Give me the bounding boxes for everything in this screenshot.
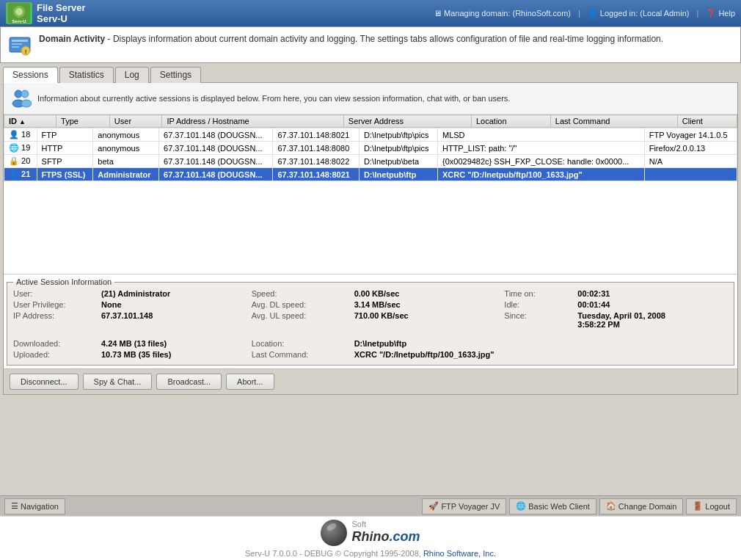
col-id[interactable]: ID ▲ — [4, 115, 56, 128]
managing-domain-value: (RhinoSoft.com) — [513, 9, 571, 18]
help-button[interactable]: ❓ Help — [706, 9, 735, 18]
domain-activity-desc: - Displays information about current dom… — [108, 34, 664, 44]
since-value: Tuesday, April 01, 2008 — [577, 311, 665, 320]
table-row[interactable]: 👤 18 FTP anonymous 67.37.101.148 (DOUGSN… — [4, 128, 737, 142]
broadcast-button[interactable]: Broadcast... — [156, 374, 222, 390]
servu-logo: Serv-U — [6, 2, 32, 24]
ip-label: IP Address: — [13, 311, 101, 329]
logout-item[interactable]: 🚪 Logout — [686, 498, 737, 514]
basic-web-item[interactable]: 🌐 Basic Web Client — [509, 498, 596, 514]
col-ip[interactable]: IP Address / Hostname — [162, 115, 343, 128]
separator2: | — [697, 9, 699, 18]
top-bar-right: 🖥 Managing domain: (RhinoSoft.com) | 👤 L… — [434, 9, 735, 18]
navigation-item[interactable]: ☰ Navigation — [4, 498, 65, 514]
cell-id: 👤 21 — [4, 168, 37, 181]
managing-domain-label: Managing domain: — [444, 9, 511, 18]
col-user[interactable]: User — [109, 115, 162, 128]
svg-point-13 — [21, 100, 32, 107]
abort-button[interactable]: Abort... — [226, 374, 274, 390]
web-icon: 🌐 — [516, 501, 526, 511]
svg-point-12 — [21, 90, 29, 98]
tab-settings[interactable]: Settings — [150, 67, 201, 83]
uploaded-value: 10.73 MB (35 files) — [101, 350, 252, 359]
sessions-data-table: 👤 18 FTP anonymous 67.37.101.148 (DOUGSN… — [4, 128, 737, 181]
cell-server: 67.37.101.148:8021 — [273, 128, 359, 142]
sessions-panel: Information about currently active sessi… — [0, 82, 741, 398]
user-priv-label: User Privilege: — [13, 300, 101, 309]
action-buttons: Disconnect... Spy & Chat... Broadcast...… — [4, 368, 737, 394]
separator1: | — [578, 9, 580, 18]
svg-rect-7 — [12, 46, 19, 48]
spy-chat-button[interactable]: Spy & Chat... — [83, 374, 153, 390]
sessions-body[interactable]: 👤 18 FTP anonymous 67.37.101.148 (DOUGSN… — [4, 128, 737, 274]
cell-ip: 67.37.101.148 (DOUGSN... — [159, 168, 273, 181]
svg-point-2 — [15, 8, 23, 15]
cell-user: Administrator — [93, 168, 159, 181]
cell-type: HTTP — [37, 142, 93, 155]
top-bar: Serv-U File ServerServ-U 🖥 Managing doma… — [0, 0, 741, 26]
col-location[interactable]: Location — [471, 115, 550, 128]
location-value: D:\Inetpub\ftp — [354, 339, 728, 348]
bottom-bar: ☰ Navigation 🚀 FTP Voyager JV 🌐 Basic We… — [0, 495, 741, 516]
cell-type: SFTP — [37, 155, 93, 168]
svg-rect-6 — [12, 43, 22, 45]
rhino-sphere — [321, 520, 347, 546]
domain-title-text: Domain Activity - Displays information a… — [39, 33, 663, 46]
cell-client: N/A — [644, 155, 737, 168]
table-header-row: ID ▲ Type User IP Address / Hostname Ser… — [4, 115, 737, 128]
logo-area: Serv-U File ServerServ-U — [6, 2, 434, 24]
sessions-table: ID ▲ Type User IP Address / Hostname Ser… — [4, 114, 737, 128]
tab-sessions[interactable]: Sessions — [3, 67, 58, 83]
ftp-voyager-icon: 🚀 — [428, 501, 439, 511]
since-time: 3:58:22 PM — [577, 320, 619, 329]
basic-web-label: Basic Web Client — [528, 502, 590, 511]
navigation-icon: ☰ — [11, 501, 18, 511]
location-label: Location: — [252, 339, 354, 348]
brand-rhino: Rhino.com — [351, 529, 420, 545]
cell-id: 🔒 20 — [4, 155, 37, 168]
col-server[interactable]: Server Address — [343, 115, 471, 128]
footer-logo: Soft Rhino.com — [321, 520, 420, 546]
brand-soft: Soft — [351, 520, 420, 529]
table-row[interactable]: 🔒 20 SFTP beta 67.37.101.148 (DOUGSN... … — [4, 155, 737, 168]
ftp-voyager-item[interactable]: 🚀 FTP Voyager JV — [422, 498, 506, 514]
cell-type: FTPS (SSL) — [37, 168, 93, 181]
row-icon: 👤 — [9, 170, 19, 178]
col-last-cmd[interactable]: Last Command — [550, 115, 677, 128]
change-domain-label: Change Domain — [618, 502, 677, 511]
cell-client — [644, 168, 737, 181]
navigation-label: Navigation — [21, 502, 59, 511]
tab-statistics[interactable]: Statistics — [59, 67, 114, 83]
cell-user: anonymous — [93, 142, 159, 155]
cell-ip: 67.37.101.148 (DOUGSN... — [159, 142, 273, 155]
tab-log[interactable]: Log — [115, 67, 149, 83]
cell-user: beta — [93, 155, 159, 168]
cell-type: FTP — [37, 128, 93, 142]
cell-last-cmd: {0x0029482c} SSH_FXP_CLOSE: handle: 0x00… — [437, 155, 644, 168]
tab-log-label: Log — [125, 70, 139, 80]
table-row[interactable]: 👤 21 FTPS (SSL) Administrator 67.37.101.… — [4, 168, 737, 181]
company-link[interactable]: Rhino Software, Inc. — [423, 549, 496, 558]
table-row[interactable]: 🌐 19 HTTP anonymous 67.37.101.148 (DOUGS… — [4, 142, 737, 155]
idle-value: 00:01:44 — [577, 300, 728, 309]
since-value-block: Tuesday, April 01, 2008 3:58:22 PM — [577, 311, 728, 329]
help-icon: ❓ — [706, 9, 716, 18]
cell-client: FTP Voyager 14.1.0.5 — [644, 128, 737, 142]
cell-last-cmd: HTTP_LIST: path: "/" — [437, 142, 644, 155]
col-client[interactable]: Client — [677, 115, 737, 128]
cell-user: anonymous — [93, 128, 159, 142]
disconnect-button[interactable]: Disconnect... — [10, 374, 79, 390]
footer-copyright: Serv-U 7.0.0.0 - DEBUG © Copyright 1995-… — [245, 549, 496, 558]
time-on-value: 00:02:31 — [577, 289, 728, 298]
user-label: User: — [13, 289, 101, 298]
svg-text:!: ! — [25, 48, 27, 55]
col-type[interactable]: Type — [56, 115, 110, 128]
time-on-label: Time on: — [504, 289, 577, 298]
footer-brand: Soft Rhino.com — [351, 520, 420, 545]
avg-ul-label: Avg. UL speed: — [252, 311, 354, 329]
tab-sessions-label: Sessions — [12, 70, 48, 80]
downloaded-value: 4.24 MB (13 files) — [101, 339, 252, 348]
change-domain-item[interactable]: 🏠 Change Domain — [599, 498, 684, 514]
bottom-right-items: 🚀 FTP Voyager JV 🌐 Basic Web Client 🏠 Ch… — [422, 498, 737, 514]
row-icon: 👤 — [9, 130, 19, 139]
